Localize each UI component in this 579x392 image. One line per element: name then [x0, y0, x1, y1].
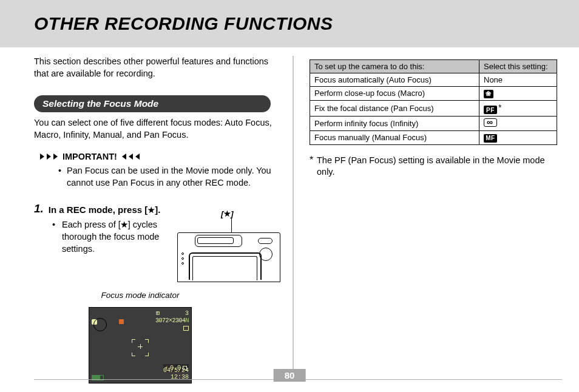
table-row: Fix the focal distance (Pan Focus) PF*: [310, 100, 557, 117]
footnote: The PF (Pan Focus) setting is available …: [310, 155, 557, 178]
flower-icon: [223, 210, 231, 217]
focus-mode-indicator-label: Focus mode indicator: [89, 291, 192, 300]
pointer-line: [231, 218, 232, 233]
table-cell: Focus automatically (Auto Focus): [310, 73, 479, 87]
step-instruction: In a REC mode, press [].: [49, 202, 161, 215]
table-row: Perform close-up focus (Macro) ❀: [310, 87, 557, 101]
lcd-resolution: 3072×2304: [155, 317, 186, 324]
content-area: This section describes other powerful fe…: [0, 47, 579, 384]
focus-mode-table: To set up the camera to do this: Select …: [310, 59, 557, 145]
camera-pointer-label: []: [221, 209, 234, 218]
mf-icon: MF: [484, 134, 497, 143]
section-description: You can select one of five different foc…: [34, 117, 280, 141]
title-bar: OTHER RECORDING FUNCTIONS: [0, 0, 579, 47]
important-label: IMPORTANT!: [63, 152, 117, 161]
page-footer: 80: [0, 369, 579, 384]
table-cell: Perform infinity focus (Infinity): [310, 117, 479, 131]
af-frame-icon: [132, 339, 149, 356]
column-divider: [293, 56, 294, 369]
table-header-row: To set up the camera to do this: Select …: [310, 60, 557, 73]
section-heading: Selecting the Focus Mode: [34, 95, 271, 112]
table-cell: Focus manually (Manual Focus): [310, 131, 479, 145]
important-row: IMPORTANT!: [34, 152, 280, 161]
important-text: Pan Focus can be used in the Movie mode …: [34, 165, 280, 189]
table-cell: MF: [479, 131, 557, 145]
step-number: 1.: [34, 202, 44, 215]
left-column: This section describes other powerful fe…: [34, 56, 280, 384]
page-title: OTHER RECORDING FUNCTIONS: [34, 13, 333, 34]
triangle-left-icon: [122, 154, 126, 160]
triangle-right-icon: [40, 154, 44, 160]
page-number: 80: [274, 369, 306, 382]
intro-text: This section describes other powerful fe…: [34, 56, 280, 79]
lcd-shot-count: 3: [185, 310, 189, 317]
memory-icon: [183, 326, 189, 331]
macro-icon: ❀: [484, 90, 493, 98]
table-cell: Fix the focal distance (Pan Focus): [310, 100, 479, 117]
flower-icon: [147, 206, 155, 214]
triangle-left-icon: [135, 154, 140, 160]
table-row: Focus automatically (Auto Focus) None: [310, 73, 557, 87]
table-header: To set up the camera to do this:: [310, 60, 479, 73]
step-row: 1. In a REC mode, press [].: [34, 202, 280, 215]
right-column: To set up the camera to do this: Select …: [310, 56, 557, 384]
table-row: Perform infinity focus (Infinity): [310, 117, 557, 131]
table-cell: ❀: [479, 87, 557, 101]
table-cell: [479, 117, 557, 131]
triangle-right-icon: [53, 154, 58, 160]
step-detail-area: Each press of [] cycles thorough the foc…: [34, 219, 280, 282]
table-row: Focus manually (Manual Focus) MF: [310, 131, 557, 145]
triangle-left-icon: [129, 154, 133, 160]
step-sub-text: Each press of [] cycles thorough the foc…: [34, 219, 163, 282]
lcd-quality: N: [185, 317, 189, 324]
camera-illustration: [177, 232, 280, 282]
table-cell: None: [479, 73, 557, 87]
triangle-right-icon: [47, 154, 51, 160]
table-cell: PF*: [479, 100, 557, 117]
pf-icon: PF: [484, 106, 497, 114]
flower-icon: [121, 221, 128, 228]
infinity-icon: [484, 118, 497, 127]
table-header: Select this setting:: [479, 60, 557, 73]
asterisk: *: [498, 103, 501, 112]
table-cell: Perform close-up focus (Macro): [310, 87, 479, 101]
rec-mode-icon: [119, 319, 124, 324]
